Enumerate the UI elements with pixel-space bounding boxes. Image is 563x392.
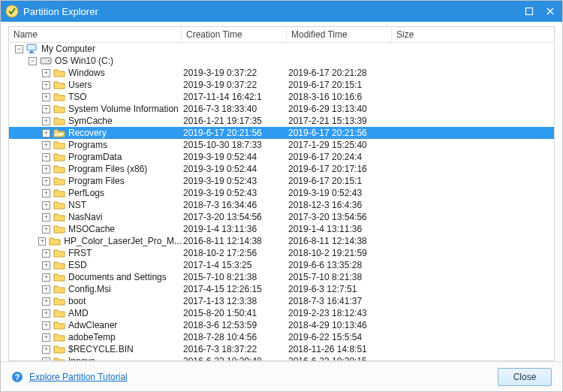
creation-time: 2018-7-28 10:4:56 bbox=[182, 331, 287, 343]
folder-row[interactable]: +AMD2015-8-20 1:50:412019-2-23 18:12:43 bbox=[9, 307, 554, 319]
folder-row[interactable]: +FRST2018-10-2 17:2:562018-10-2 19:21:59 bbox=[9, 247, 554, 259]
folder-row[interactable]: +System Volume Information2016-7-3 18:33… bbox=[9, 103, 554, 115]
expand-icon[interactable]: + bbox=[42, 141, 50, 149]
folder-row[interactable]: +ESD2017-1-4 15:3:252019-6-6 13:35:28 bbox=[9, 259, 554, 271]
folder-row[interactable]: +Program Files (x86)2019-3-19 0:52:44201… bbox=[9, 163, 554, 175]
expand-icon[interactable]: + bbox=[42, 321, 50, 330]
folder-row[interactable]: +Innova2016-6-23 10:29:482016-6-23 10:30… bbox=[9, 355, 554, 360]
folder-row[interactable]: +Windows2019-3-19 0:37:222019-6-17 20:21… bbox=[9, 67, 554, 79]
expand-icon[interactable]: + bbox=[42, 285, 50, 294]
creation-time: 2016-1-21 19:17:35 bbox=[182, 115, 287, 127]
column-header-ctime[interactable]: Creation Time bbox=[182, 27, 287, 42]
creation-time: 2019-3-19 0:52:44 bbox=[182, 163, 287, 175]
expand-icon[interactable]: + bbox=[42, 165, 50, 173]
collapse-icon[interactable]: − bbox=[29, 57, 37, 65]
folder-row[interactable]: +Program Files2019-3-19 0:52:432019-6-17… bbox=[9, 175, 554, 187]
item-label: Config.Msi bbox=[68, 283, 111, 295]
folder-row[interactable]: +Config.Msi2017-4-15 12:26:152019-6-3 12… bbox=[9, 283, 554, 295]
close-icon[interactable] bbox=[543, 4, 558, 19]
creation-time: 2018-10-2 17:2:56 bbox=[182, 247, 287, 259]
folder-row[interactable]: +PerfLogs2019-3-19 0:52:432019-3-19 0:52… bbox=[9, 187, 554, 199]
item-label: AMD bbox=[68, 307, 89, 319]
expand-icon[interactable]: + bbox=[42, 213, 50, 222]
column-header-row: Name Creation Time Modified Time Size bbox=[9, 27, 554, 43]
item-label: NST bbox=[68, 199, 86, 211]
expand-icon[interactable]: + bbox=[42, 273, 50, 282]
expand-icon[interactable]: + bbox=[42, 333, 50, 342]
modified-time: 2018-4-29 10:13:46 bbox=[287, 319, 392, 331]
item-label: ESD bbox=[68, 259, 87, 271]
expand-icon[interactable]: + bbox=[42, 189, 50, 198]
expand-icon[interactable]: + bbox=[42, 81, 50, 89]
modified-time: 2015-7-10 8:21:38 bbox=[287, 271, 392, 283]
modified-time: 2018-7-3 16:41:37 bbox=[287, 295, 392, 307]
svg-rect-1 bbox=[526, 8, 533, 15]
column-header-mtime[interactable]: Modified Time bbox=[287, 27, 392, 42]
item-label: Programs bbox=[68, 139, 107, 151]
modified-time: 2016-8-11 12:14:38 bbox=[287, 235, 392, 247]
expand-icon[interactable]: + bbox=[42, 93, 50, 101]
creation-time: 2015-7-10 8:21:38 bbox=[182, 271, 287, 283]
svg-rect-4 bbox=[29, 53, 35, 53]
close-button[interactable]: Close bbox=[498, 368, 552, 386]
folder-row[interactable]: +Programs2015-10-30 18:7:332017-1-29 15:… bbox=[9, 139, 554, 151]
modified-time: 2016-6-23 10:30:15 bbox=[287, 355, 392, 360]
modified-time: 2019-6-22 15:5:54 bbox=[287, 331, 392, 343]
folder-row[interactable]: +HP_Color_LaserJet_Pro_M...2016-8-11 12:… bbox=[9, 235, 554, 247]
help-icon[interactable]: ? bbox=[11, 371, 23, 383]
folder-row[interactable]: +TSO2017-11-14 16:42:12018-3-16 10:16:6 bbox=[9, 91, 554, 103]
expand-icon[interactable]: + bbox=[42, 261, 50, 270]
expand-icon[interactable]: + bbox=[42, 105, 50, 113]
modified-time: 2019-3-19 0:52:43 bbox=[287, 187, 392, 199]
modified-time: 2018-11-26 14:8:51 bbox=[287, 343, 392, 355]
folder-row[interactable]: +$RECYCLE.BIN2016-7-3 18:37:222018-11-26… bbox=[9, 343, 554, 355]
svg-rect-2 bbox=[27, 44, 36, 50]
folder-row[interactable]: +adobeTemp2018-7-28 10:4:562019-6-22 15:… bbox=[9, 331, 554, 343]
titlebar[interactable]: Partition Explorer bbox=[1, 1, 562, 22]
creation-time: 2017-1-13 12:3:38 bbox=[182, 295, 287, 307]
partition-explorer-window: Partition Explorer Name Creation Time Mo… bbox=[0, 0, 563, 392]
item-label: Innova bbox=[68, 355, 95, 360]
expand-icon[interactable]: + bbox=[42, 345, 50, 354]
folder-row[interactable]: +Documents and Settings2015-7-10 8:21:38… bbox=[9, 271, 554, 283]
item-label: HP_Color_LaserJet_Pro_M... bbox=[64, 235, 182, 247]
modified-time: 2019-6-17 20:21:28 bbox=[287, 67, 392, 79]
root-row[interactable]: −My Computer bbox=[9, 43, 554, 55]
folder-row[interactable]: +MSOCache2019-1-4 13:11:362019-1-4 13:11… bbox=[9, 223, 554, 235]
expand-icon[interactable]: + bbox=[42, 201, 50, 210]
svg-text:?: ? bbox=[15, 372, 20, 381]
folder-row[interactable]: +AdwCleaner2018-3-6 12:53:592018-4-29 10… bbox=[9, 319, 554, 331]
expand-icon[interactable]: + bbox=[38, 237, 46, 246]
expand-icon[interactable]: + bbox=[42, 129, 50, 137]
expand-icon[interactable]: + bbox=[42, 297, 50, 306]
expand-icon[interactable]: + bbox=[42, 177, 50, 185]
expand-icon[interactable]: + bbox=[42, 357, 50, 361]
folder-row[interactable]: +Recovery2019-6-17 20:21:562019-6-17 20:… bbox=[9, 127, 554, 139]
modified-time: 2018-10-2 19:21:59 bbox=[287, 247, 392, 259]
modified-time: 2019-6-17 20:17:16 bbox=[287, 163, 392, 175]
expand-icon[interactable]: + bbox=[42, 153, 50, 161]
drive-row[interactable]: −OS Win10 (C:) bbox=[9, 55, 554, 67]
modified-time: 2019-6-17 20:15:1 bbox=[287, 79, 392, 91]
expand-icon[interactable]: + bbox=[42, 225, 50, 234]
creation-time: 2016-8-11 12:14:38 bbox=[182, 235, 287, 247]
column-header-size[interactable]: Size bbox=[392, 27, 554, 42]
folder-row[interactable]: +Users2019-3-19 0:37:222019-6-17 20:15:1 bbox=[9, 79, 554, 91]
expand-icon[interactable]: + bbox=[42, 309, 50, 318]
column-header-name[interactable]: Name bbox=[9, 27, 182, 42]
expand-icon[interactable]: + bbox=[42, 69, 50, 77]
folder-row[interactable]: +NasNavi2017-3-20 13:54:562017-3-20 13:5… bbox=[9, 211, 554, 223]
detach-icon[interactable] bbox=[522, 4, 537, 19]
item-label: Program Files (x86) bbox=[68, 163, 147, 175]
expand-icon[interactable]: + bbox=[42, 249, 50, 258]
folder-row[interactable]: +NST2018-7-3 16:34:462018-12-3 16:4:36 bbox=[9, 199, 554, 211]
item-label: $RECYCLE.BIN bbox=[68, 343, 134, 355]
collapse-icon[interactable]: − bbox=[15, 45, 23, 53]
tutorial-link[interactable]: Explore Partition Tutorial bbox=[29, 372, 128, 382]
folder-row[interactable]: +boot2017-1-13 12:3:382018-7-3 16:41:37 bbox=[9, 295, 554, 307]
folder-row[interactable]: +SymCache2016-1-21 19:17:352017-2-21 15:… bbox=[9, 115, 554, 127]
folder-row[interactable]: +ProgramData2019-3-19 0:52:442019-6-17 2… bbox=[9, 151, 554, 163]
expand-icon[interactable]: + bbox=[42, 117, 50, 125]
item-label: Recovery bbox=[68, 127, 107, 139]
tree-rows-container[interactable]: −My Computer−OS Win10 (C:)+Windows2019-3… bbox=[9, 43, 554, 360]
